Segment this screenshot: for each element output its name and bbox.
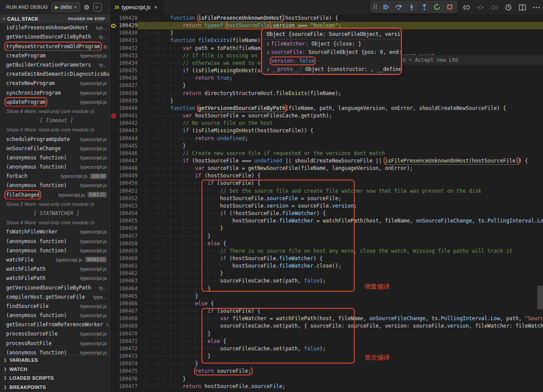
call-stack-frame[interactable]: processRootFiletypescript.js xyxy=(0,339,109,348)
gutter[interactable] xyxy=(110,150,117,157)
gutter[interactable] xyxy=(110,187,117,195)
execution-pointer-icon[interactable] xyxy=(110,22,117,29)
gutter[interactable] xyxy=(110,307,117,315)
code-line[interactable]: 100442············// No source file on t… xyxy=(110,120,543,127)
gutter[interactable] xyxy=(110,29,117,37)
code-line[interactable]: 100449················if (hostSourceFile… xyxy=(110,172,543,180)
sidebar-panel-watch[interactable]: ❯WATCH xyxy=(0,365,109,374)
code-line[interactable]: 100468························var fileWa… xyxy=(110,315,543,322)
code-line[interactable]: 100451························// Set the… xyxy=(110,187,543,195)
call-stack-frame[interactable]: (anonymous function)typescript.js xyxy=(0,348,109,355)
call-stack-frame[interactable]: getVersionedSourceFileByPathty... xyxy=(0,32,109,42)
code-line[interactable]: 100441············var hostSourceFile = s… xyxy=(110,112,543,120)
gutter[interactable] xyxy=(110,353,117,360)
code-line[interactable]: 100439········} xyxy=(110,97,543,105)
call-stack-header[interactable]: ∨ CALL STACK PAUSED ON STEP xyxy=(0,14,109,23)
gutter[interactable] xyxy=(110,338,117,345)
gutter[interactable] xyxy=(110,195,117,202)
code-line[interactable]: 100455····························hostSo… xyxy=(110,217,543,225)
code-line[interactable]: 100458····················else { xyxy=(110,240,543,247)
gutter[interactable] xyxy=(110,300,117,307)
gutter[interactable] xyxy=(110,37,117,44)
expand-chevron-icon[interactable]: ❯ xyxy=(265,67,271,72)
gutter[interactable] xyxy=(110,293,117,300)
code-line[interactable]: 100452························hostSource… xyxy=(110,195,543,202)
gutter[interactable] xyxy=(110,67,117,74)
gutter[interactable] xyxy=(110,14,117,22)
step-out-button[interactable] xyxy=(419,1,430,12)
code-line[interactable]: 100453························hostSource… xyxy=(110,202,543,210)
gutter[interactable] xyxy=(110,270,117,277)
gutter[interactable] xyxy=(110,135,117,142)
call-stack-frame[interactable]: updateProgramtypescript.js xyxy=(0,97,109,106)
code-line[interactable]: 100461····························hostSo… xyxy=(110,262,543,270)
sidebar-panel-variables[interactable]: ❯VARIABLES xyxy=(0,356,109,365)
code-line[interactable]: 100446············// Create new source f… xyxy=(110,150,543,157)
tooltip-property-row[interactable]: version: false xyxy=(262,57,401,65)
gutter[interactable] xyxy=(110,277,117,285)
show-more-link[interactable]: Show 4 More: read-only core module (s xyxy=(0,106,109,116)
step-into-button[interactable] xyxy=(406,1,417,12)
code-line[interactable]: 100440········function getVersionedSourc… xyxy=(110,105,543,112)
call-stack-frame[interactable]: watchFilePathtypescript.js xyxy=(0,274,109,283)
restart-button[interactable] xyxy=(431,1,442,12)
call-stack-frame[interactable]: getSourceFileFromReferenceWorkert xyxy=(0,320,109,329)
gutter[interactable] xyxy=(110,172,117,180)
code-line[interactable]: 100473····················} xyxy=(110,353,543,360)
gutter[interactable] xyxy=(110,383,117,390)
call-stack-frame[interactable]: fileChangedtypescript.js5361:21 xyxy=(0,190,109,199)
code-line[interactable]: 100475················return sourceFile; xyxy=(110,367,543,375)
tooltip-property-row[interactable]: ❯fileWatcher: Object {close: } xyxy=(262,39,401,48)
gutter[interactable] xyxy=(110,225,117,232)
call-stack-frame[interactable]: (anonymous function)typescript.js xyxy=(0,181,109,190)
gutter[interactable] xyxy=(110,285,117,293)
gutter[interactable] xyxy=(110,360,117,367)
code-line[interactable]: 100450····················if (sourceFile… xyxy=(110,180,543,187)
code-line[interactable]: 100463························sourceFile… xyxy=(110,277,543,285)
call-stack-frame[interactable]: onSourceFileChangetypescript.js xyxy=(0,144,109,153)
gutter[interactable] xyxy=(110,330,117,338)
gutter[interactable] xyxy=(110,255,117,262)
call-stack-frame[interactable]: processSourceFiletypescript.js xyxy=(0,329,109,339)
code-line[interactable]: 100462························} xyxy=(110,270,543,277)
expand-chevron-icon[interactable]: ❯ xyxy=(265,50,271,55)
code-line[interactable]: 100460························if (hostSo… xyxy=(110,255,543,262)
breakpoint-icon[interactable] xyxy=(110,112,117,120)
tooltip-property-row[interactable]: ❯sourceFile: SourceFileObject {pos: 0, e… xyxy=(262,48,401,57)
code-line[interactable]: 100445············} xyxy=(110,142,543,150)
gutter[interactable] xyxy=(110,120,117,127)
debug-console-icon[interactable]: ▷ xyxy=(93,3,102,11)
show-more-link[interactable]: Show 4 More: read-only core module (s xyxy=(0,218,109,227)
code-line[interactable]: 100454························if (!hostS… xyxy=(110,210,543,217)
call-stack-frame[interactable]: synchronizeProgramtypescript.js xyxy=(0,88,109,97)
call-stack-frame[interactable]: (anonymous function)typescript.js xyxy=(0,153,109,162)
tooltip-property-row[interactable]: ❯__proto__: Object {constructor: , __def… xyxy=(262,65,401,74)
gutter[interactable] xyxy=(110,60,117,67)
launch-config-dropdown[interactable]: ▶ debu ∨ xyxy=(52,2,81,12)
continue-button[interactable] xyxy=(381,1,391,12)
gutter[interactable] xyxy=(110,247,117,255)
code-line[interactable]: 100443············if (isFileMissingOnHos… xyxy=(110,127,543,134)
more-actions-icon[interactable] xyxy=(532,4,540,11)
sidebar-panel-breakpoints[interactable]: ❯BREAKPOINTS xyxy=(0,383,109,392)
code-line[interactable]: 100465················} xyxy=(110,293,543,300)
code-line[interactable]: 100436················return true; xyxy=(110,74,543,82)
gutter[interactable] xyxy=(110,74,117,82)
split-editor-icon[interactable] xyxy=(518,4,526,11)
code-line[interactable]: 100469························sourceFile… xyxy=(110,322,543,330)
call-stack-frame[interactable]: (anonymous function)typescript.js xyxy=(0,311,109,320)
call-stack-frame[interactable]: (anonymous function)typescript.js xyxy=(0,162,109,172)
code-line[interactable]: 100467····················if (sourceFile… xyxy=(110,307,543,315)
gutter[interactable] xyxy=(110,345,117,353)
call-stack-frame[interactable]: watchFilePathtypescript.js xyxy=(0,265,109,274)
start-debug-icon[interactable]: ▶ xyxy=(55,5,59,10)
sidebar-panel-loaded-scripts[interactable]: ❯LOADED SCRIPTS xyxy=(0,374,109,383)
code-line[interactable]: 100448················var sourceFile = g… xyxy=(110,165,543,172)
run-timer-icon[interactable] xyxy=(504,4,512,11)
call-stack-frame[interactable]: createNewProgramtypescript.js xyxy=(0,79,109,88)
call-stack-frame[interactable]: fsWatchFileWorkertypescript.js xyxy=(0,227,109,237)
call-stack-frame[interactable]: watchFiletypescript.js94361:21 xyxy=(0,255,109,264)
gutter[interactable] xyxy=(110,240,117,247)
editor-scrollbar-thumb[interactable] xyxy=(537,286,543,309)
call-stack-frame[interactable]: findSourceFiletypescript.js xyxy=(0,301,109,311)
